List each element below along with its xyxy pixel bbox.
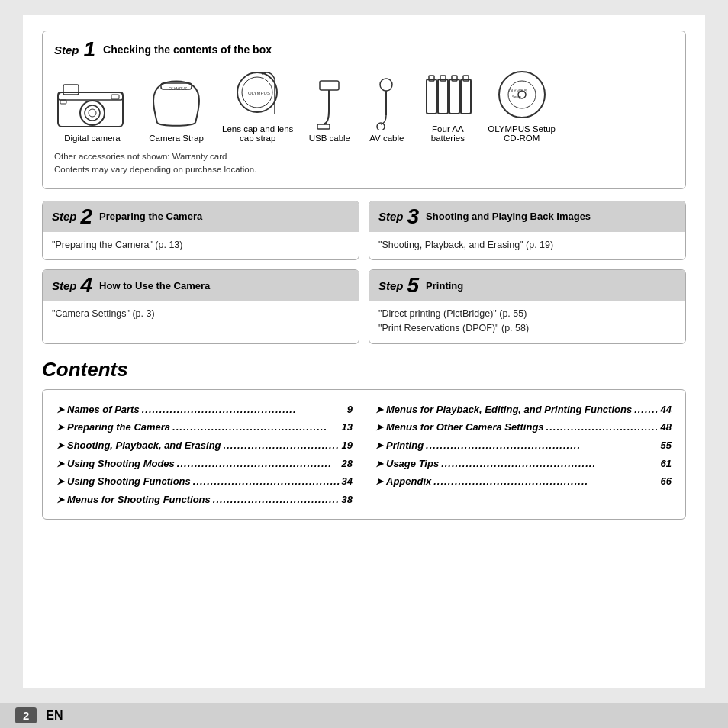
contents-arrow-icon: ➤ bbox=[56, 456, 64, 473]
step4-body: "Camera Settings" (p. 3) bbox=[43, 301, 359, 329]
contents-dots: ........................................… bbox=[634, 401, 658, 418]
contents-item: ➤Printing...............................… bbox=[375, 436, 672, 455]
svg-text:Setup: Setup bbox=[512, 95, 521, 99]
contents-dots: ........................................… bbox=[546, 418, 659, 436]
step3-body: "Shooting, Playback, and Erasing" (p. 19… bbox=[369, 232, 685, 260]
svg-rect-15 bbox=[317, 124, 330, 129]
item-digital-camera: Digital camera bbox=[54, 77, 130, 143]
contents-dots: ........................................… bbox=[177, 455, 340, 472]
item-av-cable-label: AV cable bbox=[369, 134, 404, 143]
item-cdrom: OLYMPUS Setup OLYMPUS Setup CD-ROM bbox=[488, 68, 556, 143]
contents-item: ➤Using Shooting Functions...............… bbox=[56, 472, 353, 491]
contents-item-label: Using Shooting Modes bbox=[67, 455, 175, 472]
contents-item-label: Printing bbox=[386, 436, 424, 454]
item-av-cable: AV cable bbox=[366, 77, 407, 143]
item-lens-cap-label: Lens cap and lens cap strap bbox=[222, 124, 293, 143]
step3-word: Step bbox=[378, 210, 404, 223]
step3-number: 3 bbox=[407, 206, 420, 227]
contents-item: ➤Preparing the Camera...................… bbox=[56, 418, 353, 436]
step2-box: Step 2 Preparing the Camera "Preparing t… bbox=[42, 201, 359, 261]
strap-icon: OLYMPUS bbox=[146, 77, 207, 130]
svg-point-16 bbox=[380, 79, 392, 91]
step3-header: Step 3 Shooting and Playing Back Images bbox=[369, 201, 685, 232]
contents-section: Contents ➤Names of Parts................… bbox=[42, 358, 686, 520]
contents-page-number: 48 bbox=[661, 418, 672, 436]
contents-item: ➤Menus for Shooting Functions...........… bbox=[56, 491, 353, 509]
step5-box: Step 5 Printing "Direct printing (PictBr… bbox=[369, 269, 686, 344]
contents-page-number: 9 bbox=[347, 401, 353, 418]
item-cdrom-label: OLYMPUS Setup CD-ROM bbox=[488, 124, 556, 143]
contents-item: ➤Menus for Other Camera Settings........… bbox=[375, 418, 672, 436]
items-row: Digital camera OLYMPUS Camera Strap bbox=[54, 68, 674, 143]
contents-item-label: Menus for Playback, Editing, and Printin… bbox=[386, 401, 632, 418]
contents-arrow-icon: ➤ bbox=[375, 420, 383, 436]
item-camera-strap: OLYMPUS Camera Strap bbox=[146, 77, 207, 143]
item-camera-strap-label: Camera Strap bbox=[149, 134, 204, 143]
cdrom-icon: OLYMPUS Setup bbox=[495, 68, 549, 121]
contents-item-label: Menus for Other Camera Settings bbox=[386, 418, 544, 436]
svg-text:OLYMPUS: OLYMPUS bbox=[509, 89, 528, 93]
item-batteries: Four AA batteries bbox=[423, 68, 472, 143]
step5-title: Printing bbox=[426, 280, 463, 292]
accessories-note: Other accessories not shown: Warranty ca… bbox=[54, 150, 674, 177]
svg-text:OLYMPUS: OLYMPUS bbox=[248, 91, 270, 95]
item-digital-camera-label: Digital camera bbox=[64, 134, 121, 143]
svg-rect-5 bbox=[63, 85, 79, 95]
svg-point-4 bbox=[89, 109, 96, 117]
svg-text:OLYMPUS: OLYMPUS bbox=[169, 86, 188, 91]
contents-item-label: Preparing the Camera bbox=[67, 418, 170, 436]
contents-page-number: 28 bbox=[342, 455, 353, 472]
contents-dots: ........................................… bbox=[441, 455, 658, 472]
contents-item: ➤Shooting, Playback, and Erasing........… bbox=[56, 436, 353, 455]
step1-box: Step 1 Checking the contents of the box bbox=[42, 31, 686, 189]
step2-title: Preparing the Camera bbox=[99, 211, 202, 222]
contents-page-number: 19 bbox=[342, 436, 353, 454]
contents-item-label: Names of Parts bbox=[67, 401, 140, 418]
svg-point-28 bbox=[508, 81, 536, 108]
step5-header: Step 5 Printing bbox=[369, 270, 685, 301]
contents-page-number: 66 bbox=[661, 472, 672, 490]
contents-right-column: ➤Menus for Playback, Editing, and Printi… bbox=[375, 401, 672, 509]
contents-dots: ........................................… bbox=[193, 472, 340, 490]
contents-dots: ........................................… bbox=[433, 472, 658, 490]
usb-cable-icon bbox=[308, 77, 350, 130]
step5-number: 5 bbox=[407, 275, 420, 296]
contents-dots: ........................................… bbox=[172, 418, 339, 436]
contents-arrow-icon: ➤ bbox=[56, 438, 64, 455]
contents-box: ➤Names of Parts.........................… bbox=[42, 389, 686, 520]
contents-item-label: Using Shooting Functions bbox=[67, 472, 191, 490]
step5-word: Step bbox=[378, 279, 404, 292]
contents-item: ➤Names of Parts.........................… bbox=[56, 401, 353, 419]
av-cable-icon bbox=[366, 77, 407, 130]
contents-arrow-icon: ➤ bbox=[375, 456, 383, 473]
svg-point-27 bbox=[499, 72, 545, 118]
camera-icon bbox=[54, 77, 130, 130]
step5-body: "Direct printing (PictBridge)" (p. 55) "… bbox=[369, 301, 685, 343]
contents-item: ➤Usage Tips.............................… bbox=[375, 455, 672, 473]
contents-item-label: Menus for Shooting Functions bbox=[67, 491, 211, 508]
svg-rect-6 bbox=[111, 95, 119, 99]
contents-dots: ........................................… bbox=[142, 401, 345, 418]
contents-page-number: 44 bbox=[661, 401, 672, 418]
step1-word: Step bbox=[54, 43, 79, 56]
contents-arrow-icon: ➤ bbox=[56, 402, 64, 419]
contents-arrow-icon: ➤ bbox=[375, 474, 383, 491]
step1-number: 1 bbox=[84, 39, 96, 60]
step3-title: Shooting and Playing Back Images bbox=[426, 211, 591, 222]
contents-arrow-icon: ➤ bbox=[56, 474, 64, 491]
contents-item-label: Shooting, Playback, and Erasing bbox=[67, 436, 221, 454]
step1-title: Checking the contents of the box bbox=[103, 43, 272, 56]
contents-arrow-icon: ➤ bbox=[375, 402, 383, 419]
step2-number: 2 bbox=[81, 206, 93, 227]
contents-arrow-icon: ➤ bbox=[56, 420, 64, 436]
contents-page-number: 38 bbox=[342, 491, 353, 508]
svg-point-2 bbox=[80, 101, 105, 125]
contents-title: Contents bbox=[42, 358, 686, 382]
bottom-bar: 2 EN bbox=[0, 703, 728, 728]
page-number-badge: 2 bbox=[15, 707, 37, 723]
batteries-icon bbox=[423, 68, 472, 121]
contents-item: ➤Menus for Playback, Editing, and Printi… bbox=[375, 401, 672, 419]
step1-header: Step 1 Checking the contents of the box bbox=[54, 39, 674, 60]
item-usb-cable-label: USB cable bbox=[309, 134, 350, 143]
contents-page-number: 34 bbox=[342, 472, 353, 490]
